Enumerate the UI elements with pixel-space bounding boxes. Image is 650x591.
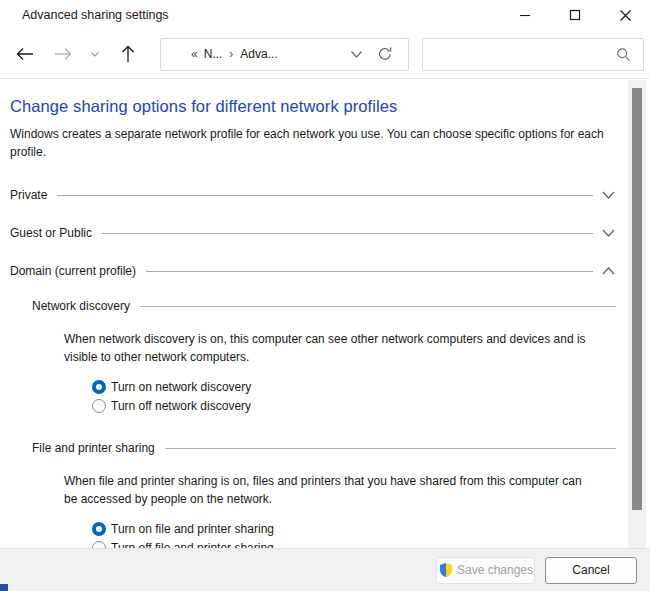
breadcrumb-item-advanced-sharing[interactable]: Adva... (240, 47, 277, 61)
close-icon (619, 9, 632, 22)
search-input[interactable] (433, 47, 616, 61)
address-dropdown-button[interactable] (343, 39, 370, 70)
section-divider (102, 233, 593, 234)
radio-turn-on-file-printer-sharing[interactable]: Turn on file and printer sharing (92, 519, 616, 538)
chevron-up-icon[interactable] (601, 266, 616, 276)
radio-turn-off-network-discovery[interactable]: Turn off network discovery (92, 396, 616, 415)
radio-unselected-icon (92, 541, 106, 549)
radio-selected-icon (92, 522, 106, 536)
uac-shield-icon (438, 562, 454, 578)
up-arrow-icon (121, 45, 135, 63)
subsection-description: When file and printer sharing is on, fil… (64, 472, 586, 508)
back-arrow-icon (16, 47, 34, 61)
chevron-down-icon[interactable] (601, 228, 616, 238)
forward-arrow-icon (54, 47, 72, 61)
chevron-down-icon[interactable] (601, 190, 616, 200)
subsection-header-file-printer-sharing: File and printer sharing (32, 439, 616, 457)
window-controls (500, 0, 650, 30)
section-divider (146, 271, 593, 272)
network-discovery-subsection: Network discovery When network discovery… (32, 297, 616, 415)
maximize-button[interactable] (550, 0, 600, 30)
navigation-toolbar: « N... › Adva... (0, 30, 650, 79)
footer-bar: Save changes Cancel (0, 548, 650, 591)
advanced-sharing-settings-window: Advanced sharing settings « (0, 0, 650, 591)
cancel-label: Cancel (572, 563, 609, 577)
subsection-header-network-discovery: Network discovery (32, 297, 616, 315)
minimize-button[interactable] (500, 0, 550, 30)
profile-label: Private (10, 188, 47, 202)
radio-label: Turn on file and printer sharing (111, 522, 274, 536)
profile-label: Guest or Public (10, 226, 92, 240)
subsection-divider (165, 448, 616, 449)
cancel-button[interactable]: Cancel (545, 557, 637, 584)
radio-label: Turn off network discovery (111, 399, 251, 413)
breadcrumb-separator: › (229, 47, 233, 61)
subsection-description: When network discovery is on, this compu… (64, 330, 586, 366)
breadcrumb-item-network[interactable]: N... (204, 47, 223, 61)
profile-section-guest-or-public[interactable]: Guest or Public (10, 223, 616, 243)
window-title: Advanced sharing settings (22, 8, 169, 22)
search-icon (616, 47, 631, 62)
maximize-icon (569, 9, 581, 21)
minimize-icon (519, 9, 531, 21)
save-changes-button[interactable]: Save changes (436, 557, 535, 584)
profile-label: Domain (current profile) (10, 264, 136, 278)
recent-locations-button[interactable] (82, 36, 108, 72)
radio-label: Turn off file and printer sharing (111, 541, 274, 549)
subsection-divider (140, 306, 616, 307)
titlebar: Advanced sharing settings (0, 0, 650, 30)
radio-unselected-icon (92, 399, 106, 413)
close-button[interactable] (600, 0, 650, 30)
section-divider (57, 195, 593, 196)
taskbar-fragment (0, 584, 8, 591)
network-discovery-radio-group: Turn on network discovery Turn off netwo… (92, 377, 616, 415)
file-printer-sharing-radio-group: Turn on file and printer sharing Turn of… (92, 519, 616, 548)
intro-text: Windows creates a separate network profi… (10, 125, 616, 161)
search-box[interactable] (422, 38, 644, 71)
save-changes-label: Save changes (457, 563, 533, 577)
chevron-down-icon (350, 50, 363, 59)
address-bar[interactable]: « N... › Adva... (160, 38, 409, 71)
profile-section-private[interactable]: Private (10, 185, 616, 205)
refresh-icon (377, 46, 393, 62)
back-button[interactable] (6, 36, 44, 72)
content-area: Change sharing options for different net… (0, 80, 628, 548)
page-title: Change sharing options for different net… (10, 97, 616, 116)
breadcrumb-overflow[interactable]: « (191, 47, 198, 61)
file-printer-sharing-subsection: File and printer sharing When file and p… (32, 439, 616, 548)
radio-label: Turn on network discovery (111, 380, 251, 394)
forward-button[interactable] (44, 36, 82, 72)
profile-section-domain[interactable]: Domain (current profile) (10, 261, 616, 281)
refresh-button[interactable] (370, 39, 400, 70)
radio-selected-icon (92, 380, 106, 394)
radio-turn-on-network-discovery[interactable]: Turn on network discovery (92, 377, 616, 396)
scrollbar-thumb[interactable] (632, 88, 642, 510)
subsection-title: File and printer sharing (32, 441, 155, 455)
up-button[interactable] (108, 36, 148, 72)
subsection-title: Network discovery (32, 299, 130, 313)
chevron-down-small-icon (90, 50, 100, 58)
radio-turn-off-file-printer-sharing[interactable]: Turn off file and printer sharing (92, 538, 616, 548)
vertical-scrollbar[interactable] (628, 80, 646, 548)
